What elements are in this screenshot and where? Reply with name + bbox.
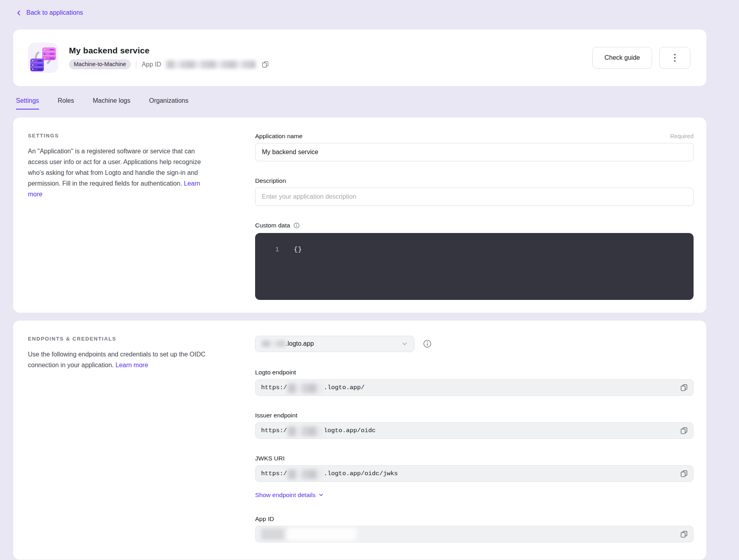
tenant-domain-row: .logto.app [255,336,694,352]
endpoints-form-column: .logto.app Logto endpoint https:/ .logto… [255,336,694,547]
app-id-group: App ID [255,515,694,542]
info-icon[interactable] [293,222,300,229]
issuer-endpoint-field: https:/ logto.app/oidc [255,422,694,439]
redacted-tenant-name [288,470,323,479]
check-guide-button[interactable]: Check guide [592,47,652,69]
endpoints-credentials-card: ENDPOINTS & CREDENTIALS Use the followin… [13,321,706,560]
settings-section-description: An "Application" is a registered softwar… [28,148,201,187]
tab-settings[interactable]: Settings [16,97,39,110]
tenant-domain-suffix: .logto.app [286,340,314,347]
show-endpoint-details-toggle[interactable]: Show endpoint details [255,491,324,499]
logto-endpoint-prefix: https:/ [261,384,287,391]
settings-form-column: Application name Required Description Cu… [255,133,694,300]
required-indicator: Required [670,133,694,139]
jwks-uri-group: JWKS URI https:/ .logto.app/oidc/jwks [255,455,694,482]
kebab-icon [674,54,676,62]
more-actions-button[interactable] [659,47,690,69]
tab-bar: Settings Roles Machine logs Organization… [16,97,706,110]
back-to-applications-link[interactable]: Back to applications [16,9,83,16]
jwks-uri-label: JWKS URI [255,455,285,462]
settings-card: SETTINGS An "Application" is a registere… [13,117,706,313]
app-id-label: App ID [142,61,161,68]
custom-data-label: Custom data [255,222,290,229]
machine-to-machine-app-icon [28,43,58,73]
app-type-badge: Machine-to-Machine [69,59,131,69]
jwks-uri-suffix: .logto.app/oidc/jwks [324,470,398,477]
back-link-label: Back to applications [26,9,83,16]
settings-section-heading: SETTINGS [28,133,211,139]
editor-code-content: {} [294,245,302,255]
application-name-label: Application name [255,133,303,140]
jwks-uri-prefix: https:/ [261,470,287,477]
jwks-uri-field: https:/ .logto.app/oidc/jwks [255,465,694,482]
description-label: Description [255,177,286,184]
issuer-endpoint-label: Issuer endpoint [255,412,297,419]
page-title: My backend service [69,46,584,55]
issuer-endpoint-suffix: logto.app/oidc [324,427,375,434]
settings-description-column: SETTINGS An "Application" is a registere… [28,133,211,300]
custom-data-group: Custom data 1 {} [255,222,694,300]
redacted-tenant-name [288,427,323,436]
logto-endpoint-suffix: .logto.app/ [324,384,364,391]
application-header-card: My backend service Machine-to-Machine Ap… [13,29,706,86]
issuer-endpoint-group: Issuer endpoint https:/ logto.app/oidc [255,412,694,439]
application-name-input[interactable] [255,143,694,161]
redacted-tenant-name [262,341,285,347]
copy-icon[interactable] [680,427,688,434]
tab-machine-logs[interactable]: Machine logs [93,97,130,110]
app-id-field [255,526,694,542]
logto-endpoint-group: Logto endpoint https:/ .logto.app/ [255,369,694,396]
copy-app-id-icon[interactable] [262,61,269,68]
copy-icon[interactable] [680,470,688,477]
header-actions: Check guide [592,47,690,69]
custom-data-code-editor[interactable]: 1 {} [255,233,694,300]
tab-organizations[interactable]: Organizations [149,97,189,110]
redacted-app-id-value [166,61,256,69]
show-endpoint-details-label: Show endpoint details [255,491,316,499]
redacted-app-id-value [285,527,357,541]
editor-line-number: 1 [255,245,279,255]
endpoints-description-column: ENDPOINTS & CREDENTIALS Use the followin… [28,336,211,547]
tab-roles[interactable]: Roles [58,97,74,110]
logto-endpoint-label: Logto endpoint [255,369,296,376]
domain-info-icon[interactable] [423,339,432,348]
issuer-endpoint-prefix: https:/ [261,427,287,434]
application-header-info: My backend service Machine-to-Machine Ap… [69,46,584,69]
app-id-field-label: App ID [255,515,274,523]
meta-divider [136,61,136,69]
endpoints-section-heading: ENDPOINTS & CREDENTIALS [28,336,211,342]
application-name-group: Application name Required [255,133,694,161]
chevron-down-icon [318,492,324,497]
description-group: Description [255,177,694,206]
endpoints-learn-more-link[interactable]: Learn more [116,362,148,368]
chevron-left-icon [16,10,22,16]
redacted-tenant-name [288,384,323,393]
description-input[interactable] [255,188,694,206]
copy-icon[interactable] [680,384,688,391]
application-meta-row: Machine-to-Machine App ID [69,59,584,69]
chevron-down-icon [401,341,408,347]
copy-icon[interactable] [680,531,688,538]
logto-endpoint-field: https:/ .logto.app/ [255,379,694,396]
tenant-domain-select[interactable]: .logto.app [255,336,415,352]
